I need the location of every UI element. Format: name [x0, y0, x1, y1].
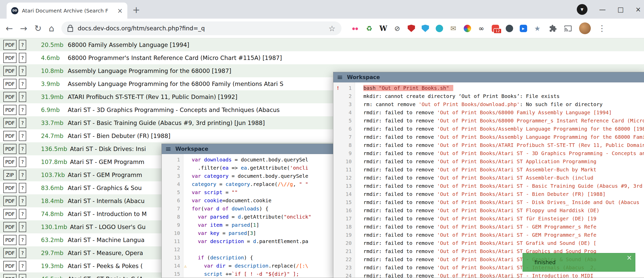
line-number: 15	[333, 198, 352, 206]
capture-icon[interactable]: 12	[491, 24, 500, 33]
file-type-badge[interactable]: PDF	[3, 144, 17, 154]
recycle-icon[interactable]: ♻	[365, 24, 374, 33]
media-controls-button[interactable]: ▾	[577, 4, 587, 15]
file-type-badge[interactable]: PDF	[3, 66, 17, 76]
workspace-terminal-titlebar[interactable]: ≡ Workspace	[333, 72, 644, 82]
chevron-down-icon: ▾	[581, 6, 583, 12]
file-size: 63.2mb	[41, 237, 65, 243]
file-type-badge[interactable]: PDF	[3, 131, 17, 141]
reload-button[interactable]: ↻	[34, 24, 42, 33]
blue-shield-icon[interactable]	[421, 24, 430, 33]
star-extension-icon[interactable]: ★	[533, 24, 542, 33]
file-info-badge[interactable]: ?	[19, 183, 26, 193]
forward-button[interactable]: →	[20, 24, 28, 33]
file-type-badge[interactable]: PDF	[3, 79, 17, 89]
file-info-badge[interactable]: ?	[19, 66, 26, 76]
file-row[interactable]: PDF?20.5mb68000 Family Assembly Language…	[0, 38, 644, 51]
line-number: 14	[162, 262, 180, 270]
file-type-badge[interactable]: PDF	[3, 209, 17, 219]
file-type-badge[interactable]: PDF	[3, 261, 17, 271]
file-type-badge[interactable]: PDF	[3, 92, 17, 102]
maximize-button[interactable]: □	[618, 6, 624, 13]
file-size: 18.4mb	[41, 198, 65, 204]
workspace-code-titlebar[interactable]: ≡ Workspace	[162, 144, 333, 154]
file-type-badge[interactable]: PDF	[3, 105, 17, 115]
back-button[interactable]: ←	[6, 24, 13, 33]
line-number: 13	[333, 182, 352, 190]
file-info-badge[interactable]: ?	[19, 118, 26, 128]
file-type-badge[interactable]: PDF	[3, 235, 17, 245]
url-bar[interactable]: docs.dev-docs.org/htm/search.php?find=_q…	[61, 21, 341, 35]
file-row[interactable]: PDF?4.6mb68000 Programmer's Instant Refe…	[0, 51, 644, 64]
menu-icon[interactable]: ≡	[337, 74, 343, 81]
file-info-badge[interactable]: ?	[19, 144, 26, 154]
code-editor[interactable]: 1var downloads = document.body.querySel2…	[162, 154, 333, 277]
close-button[interactable]: ×	[635, 6, 641, 13]
code-line: 7for(var d of downloads) {	[162, 205, 333, 213]
cast-icon[interactable]	[564, 24, 572, 32]
file-type-badge[interactable]: PDF	[3, 118, 17, 128]
file-title: Atari ST - GEM Programm	[68, 172, 142, 178]
ublock-shield-icon[interactable]	[407, 24, 416, 33]
minimize-button[interactable]: —	[599, 6, 606, 13]
file-type-badge[interactable]: PDF	[3, 196, 17, 206]
terminal-line: 6rmdir: failed to remove 'Out of Print B…	[333, 125, 644, 133]
line-number: 16	[333, 206, 352, 214]
terminal-output[interactable]: !1bash "Out of Print Books.sh"2mkdir: ca…	[333, 82, 644, 277]
glasses-icon[interactable]: ∞	[477, 24, 486, 33]
new-tab-button[interactable]: +	[132, 5, 140, 15]
file-type-badge[interactable]: PDF	[3, 274, 17, 278]
file-info-badge[interactable]: ?	[19, 196, 26, 206]
flickr-icon[interactable]: ●●	[351, 24, 360, 33]
file-info-badge[interactable]: ?	[19, 40, 26, 50]
code-line: 13 if (description) {	[162, 254, 333, 262]
file-info-badge[interactable]: ?	[19, 274, 26, 278]
profile-avatar[interactable]	[579, 22, 591, 34]
file-info-badge[interactable]: ?	[19, 222, 26, 232]
url-text: docs.dev-docs.org/htm/search.php?find=_q	[78, 25, 324, 32]
line-number: 10	[333, 157, 352, 166]
tab-close-icon[interactable]: ×	[117, 7, 123, 14]
file-info-badge[interactable]: ?	[19, 92, 26, 102]
file-info-badge[interactable]: ?	[19, 157, 26, 167]
colorwheel-icon[interactable]	[463, 24, 472, 33]
wikipedia-icon[interactable]: W	[379, 24, 388, 33]
extensions-puzzle-icon[interactable]	[549, 24, 557, 32]
file-info-badge[interactable]: ?	[19, 105, 26, 115]
code-line: 15 script +=`if [ ! -d "${dir}" ];	[162, 270, 333, 277]
file-info-badge[interactable]: ?	[19, 79, 26, 89]
bookmark-star-icon[interactable]: ☆	[328, 24, 335, 33]
file-type-badge[interactable]: PDF	[3, 40, 17, 50]
file-type-badge[interactable]: PDF	[3, 157, 17, 167]
browser-tab[interactable]: DD Atari Document Archive (Search F ×	[7, 3, 127, 19]
toast-close-icon[interactable]: ×	[626, 254, 632, 261]
home-button[interactable]: ⌂	[49, 24, 54, 33]
file-info-badge[interactable]: ?	[19, 53, 26, 63]
file-type-badge[interactable]: PDF	[3, 248, 17, 258]
browser-window: DD Atari Document Archive (Search F × + …	[0, 0, 644, 278]
dark-app-icon[interactable]	[505, 24, 514, 33]
block-icon[interactable]: ⊘	[393, 24, 402, 33]
file-info-badge[interactable]: ?	[19, 261, 26, 271]
file-info-badge[interactable]: ?	[19, 170, 26, 180]
line-number: 1	[333, 84, 352, 92]
file-info-badge[interactable]: ?	[19, 248, 26, 258]
video-camera-icon[interactable]: ▸	[519, 24, 528, 33]
file-title: Atari ST - ST Basic to C (A	[68, 276, 143, 278]
file-type-badge[interactable]: PDF	[3, 222, 17, 232]
file-info-badge[interactable]: ?	[19, 235, 26, 245]
mail-icon[interactable]: ✉	[449, 24, 458, 33]
file-info-badge[interactable]: ?	[19, 131, 26, 141]
file-type-badge[interactable]: PDF	[3, 183, 17, 193]
file-type-badge[interactable]: ZIP	[3, 170, 17, 180]
line-number: 3	[333, 100, 352, 108]
browser-menu-button[interactable]: ⋮	[598, 23, 606, 33]
file-info-badge[interactable]: ?	[19, 209, 26, 219]
terminal-line: 10rmdir: failed to remove 'Out of Print …	[333, 157, 644, 166]
menu-icon[interactable]: ≡	[165, 145, 171, 153]
line-number: 3	[162, 172, 180, 180]
pinwheel-icon[interactable]	[435, 24, 444, 33]
terminal-line: 8rmdir: failed to remove 'Out of Print B…	[333, 141, 644, 149]
line-number: 2	[333, 92, 352, 100]
file-type-badge[interactable]: PDF	[3, 53, 17, 63]
